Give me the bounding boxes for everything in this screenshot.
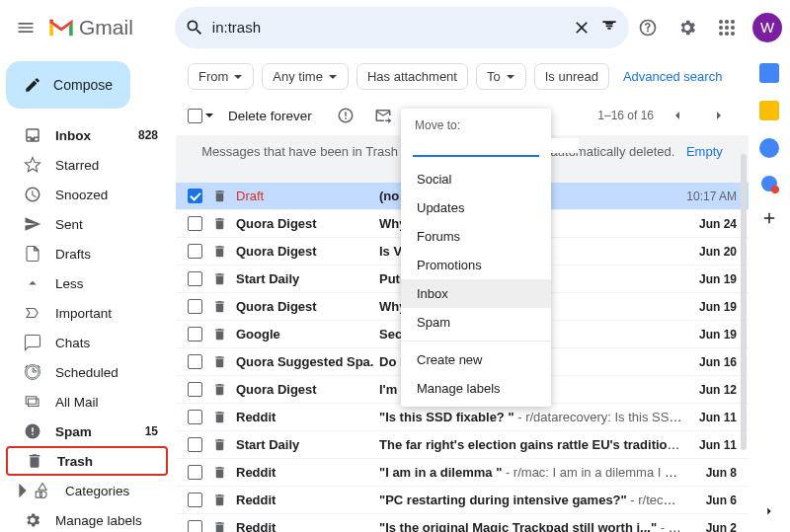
- row-checkbox[interactable]: [188, 520, 202, 532]
- chats-icon: [24, 334, 41, 351]
- dropdown-option-inbox[interactable]: Inbox: [401, 279, 551, 308]
- sidebar-item-less[interactable]: Less: [6, 268, 168, 298]
- date: Jun 19: [682, 300, 737, 314]
- dropdown-search-input[interactable]: [413, 138, 579, 153]
- dropdown-manage-labels[interactable]: Manage labels: [401, 374, 551, 403]
- filter-chip-any-time[interactable]: Any time: [262, 63, 349, 90]
- dropdown-option-social[interactable]: Social: [401, 165, 551, 193]
- sender: Reddit: [236, 465, 379, 480]
- filter-chip-to[interactable]: To: [476, 63, 526, 90]
- collapse-panel-icon[interactable]: [762, 504, 776, 518]
- important-icon: [24, 304, 41, 322]
- add-app-icon[interactable]: [760, 209, 778, 227]
- chevron-right-icon: [711, 108, 727, 123]
- select-all-checkbox[interactable]: [188, 109, 202, 123]
- sidebar-item-sent[interactable]: Sent: [6, 209, 168, 239]
- main-menu-button[interactable]: [8, 10, 43, 45]
- report-spam-button[interactable]: [328, 98, 363, 133]
- row-checkbox[interactable]: [188, 465, 202, 480]
- sender: Quora Digest: [236, 216, 379, 231]
- dropdown-search[interactable]: [413, 138, 539, 157]
- chevron-down-icon[interactable]: [204, 111, 214, 120]
- sidebar-item-spam[interactable]: Spam15: [6, 417, 168, 446]
- filter-chip-from[interactable]: From: [188, 63, 254, 90]
- dropdown-option-promotions[interactable]: Promotions: [401, 251, 551, 279]
- apps-icon: [718, 19, 736, 37]
- date: Jun 19: [682, 272, 737, 286]
- row-checkbox[interactable]: [188, 327, 202, 342]
- row-checkbox[interactable]: [188, 244, 202, 259]
- scrollbar[interactable]: [741, 154, 747, 450]
- sidebar-item-allmail[interactable]: All Mail: [6, 387, 168, 417]
- dropdown-option-updates[interactable]: Updates: [401, 193, 551, 222]
- row-checkbox[interactable]: [188, 437, 202, 452]
- filter-icon[interactable]: [599, 18, 619, 38]
- sidebar-item-drafts[interactable]: Drafts: [6, 239, 168, 268]
- dropdown-create-new[interactable]: Create new: [401, 345, 551, 374]
- starred-icon: [24, 156, 41, 174]
- sidebar-item-important[interactable]: Important: [6, 298, 168, 328]
- row-checkbox[interactable]: [188, 410, 202, 424]
- svg-point-7: [725, 32, 729, 36]
- trash-icon: [212, 382, 227, 397]
- date: Jun 11: [682, 411, 737, 424]
- header-right: W: [630, 10, 782, 45]
- categories-icon: [34, 482, 51, 499]
- page-prev[interactable]: [660, 98, 695, 133]
- message-row[interactable]: Reddit"Is this SSD fixable? " - r/datare…: [176, 404, 749, 431]
- sidebar-item-chats[interactable]: Chats: [6, 328, 168, 357]
- sidebar-item-starred[interactable]: Starred: [6, 150, 168, 180]
- sender: Start Daily: [236, 271, 379, 286]
- sidebar-item-snoozed[interactable]: Snoozed: [6, 180, 168, 209]
- settings-button[interactable]: [670, 10, 705, 45]
- dropdown-option-spam[interactable]: Spam: [401, 308, 551, 337]
- mark-read-button[interactable]: [365, 98, 401, 133]
- help-icon: [638, 18, 658, 38]
- gmail-logo[interactable]: Gmail: [47, 16, 133, 39]
- compose-button[interactable]: Compose: [6, 61, 130, 109]
- sidebar-item-manage[interactable]: Manage labels: [6, 505, 168, 532]
- row-checkbox[interactable]: [188, 299, 202, 314]
- sender: Quora Digest: [236, 382, 379, 397]
- delete-forever-button[interactable]: Delete forever: [228, 109, 312, 123]
- svg-point-1: [725, 20, 729, 24]
- sidebar-item-trash[interactable]: Trash: [6, 446, 168, 476]
- row-checkbox[interactable]: [188, 271, 202, 286]
- move-to-dropdown: Move to: SocialUpdatesForumsPromotionsIn…: [401, 109, 551, 407]
- apps-button[interactable]: [709, 10, 745, 45]
- keep-app-icon[interactable]: [759, 101, 779, 120]
- message-row[interactable]: Reddit"I am in a dilemma " - r/mac: I am…: [176, 459, 749, 487]
- row-checkbox[interactable]: [188, 354, 202, 369]
- row-checkbox[interactable]: [188, 493, 202, 507]
- search-bar[interactable]: [175, 7, 629, 48]
- info-icon: [337, 107, 355, 124]
- sidebar-item-categories[interactable]: Categories: [6, 476, 168, 505]
- account-avatar[interactable]: W: [752, 13, 782, 42]
- clear-icon[interactable]: [572, 18, 592, 38]
- row-checkbox[interactable]: [188, 216, 202, 231]
- page-next[interactable]: [701, 98, 737, 133]
- message-row[interactable]: Reddit"Is the original Magic Trackpad st…: [176, 514, 749, 532]
- filter-chip-is-unread[interactable]: Is unread: [534, 63, 609, 90]
- advanced-search-link[interactable]: Advanced search: [623, 69, 722, 84]
- calendar-app-icon[interactable]: [759, 63, 779, 83]
- date: 10:17 AM: [682, 190, 737, 203]
- select-all[interactable]: [188, 109, 214, 123]
- trash-indicator: [212, 493, 228, 507]
- trash-indicator: [212, 299, 228, 314]
- search-input[interactable]: [212, 19, 572, 36]
- sidebar-item-label: Chats: [55, 336, 158, 350]
- pager: 1–16 of 16: [597, 98, 737, 133]
- help-button[interactable]: [630, 10, 666, 45]
- tasks-app-icon[interactable]: [759, 138, 779, 158]
- dropdown-option-forums[interactable]: Forums: [401, 222, 551, 251]
- message-row[interactable]: Reddit"PC restarting during intensive ga…: [176, 487, 749, 514]
- message-row[interactable]: Start DailyThe far right's election gain…: [176, 431, 749, 459]
- filter-chip-has-attachment[interactable]: Has attachment: [356, 63, 468, 90]
- sidebar-item-scheduled[interactable]: Scheduled: [6, 357, 168, 387]
- date: Jun 16: [682, 355, 737, 369]
- row-checkbox[interactable]: [188, 189, 202, 203]
- date: Jun 24: [682, 217, 737, 231]
- sidebar-item-inbox[interactable]: Inbox828: [6, 120, 168, 150]
- row-checkbox[interactable]: [188, 382, 202, 397]
